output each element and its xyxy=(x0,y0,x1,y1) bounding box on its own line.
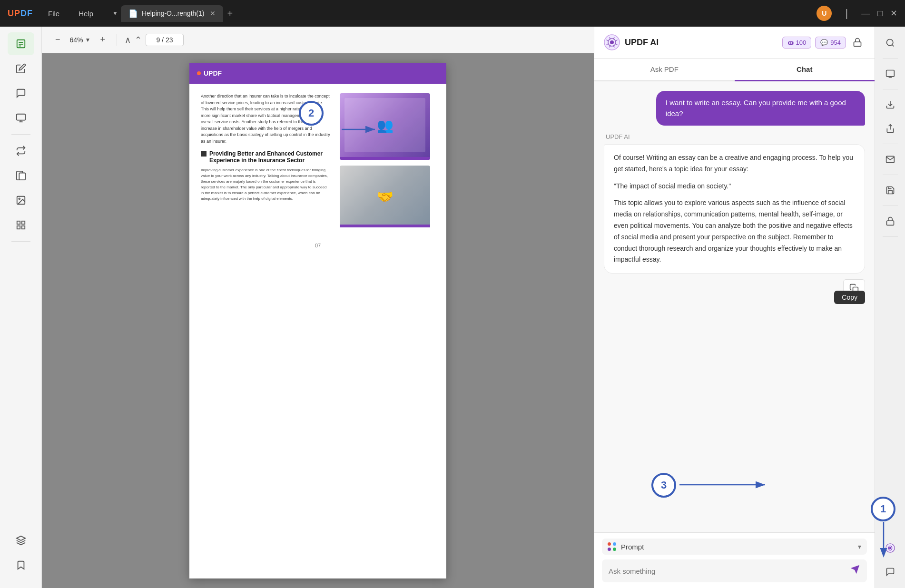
svg-point-18 xyxy=(610,40,614,44)
svg-rect-11 xyxy=(17,221,20,224)
dot-purple xyxy=(608,548,611,551)
menu-file[interactable]: File xyxy=(44,8,63,20)
zoom-display: 64% ▼ xyxy=(70,36,91,44)
sidebar-icon-organize[interactable] xyxy=(8,107,34,129)
tab-list-dropdown[interactable]: ▼ xyxy=(112,10,118,17)
lock-icon-btn[interactable] xyxy=(880,211,901,232)
page-separator: / xyxy=(162,36,166,44)
ai-message: Of course! Writing an essay can be a cre… xyxy=(604,144,865,274)
zoom-dropdown[interactable]: ▼ xyxy=(85,37,91,43)
sidebar-icon-pages[interactable] xyxy=(8,164,34,187)
ai-response-p1: Of course! Writing an essay can be a cre… xyxy=(614,152,855,175)
sidebar-icon-form[interactable] xyxy=(8,214,34,236)
chat-icon-btn[interactable] xyxy=(880,561,901,582)
left-sidebar xyxy=(0,27,42,588)
sidebar-icon-document[interactable] xyxy=(8,32,34,55)
svg-rect-19 xyxy=(854,42,861,46)
ai-message-container: UPDF AI Of course! Writing an essay can … xyxy=(604,133,865,299)
sidebar-divider-1 xyxy=(11,134,30,135)
toolbar-divider xyxy=(117,34,117,46)
prompt-dots-icon xyxy=(608,542,616,551)
page-top-arrow[interactable]: ⌃ xyxy=(135,35,142,45)
svg-point-10 xyxy=(19,198,20,199)
minimize-button[interactable]: — xyxy=(861,9,870,19)
lock-icon[interactable] xyxy=(850,35,865,50)
page-up-arrow[interactable]: ∧ xyxy=(125,35,131,45)
close-button[interactable]: ✕ xyxy=(890,8,897,19)
far-sidebar-divider-2 xyxy=(883,89,898,89)
pdf-content: UPDF 2 Another direction xyxy=(42,53,594,588)
pdf-heading: Providing Better and Enhanced Customer E… xyxy=(201,150,330,164)
svg-rect-23 xyxy=(886,70,894,77)
sidebar-icon-bookmark[interactable] xyxy=(8,554,34,577)
window-controls: U | — □ ✕ xyxy=(816,6,897,21)
zoom-in-button[interactable]: + xyxy=(96,33,109,47)
ai-tab-bar: Ask PDF Chat xyxy=(594,59,875,81)
svg-rect-13 xyxy=(21,226,24,229)
sidebar-bottom xyxy=(8,529,34,582)
tab-chat[interactable]: Chat xyxy=(735,59,875,81)
ai-logo: UPDF AI xyxy=(604,34,659,50)
search-icon-btn[interactable] xyxy=(880,32,901,53)
svg-rect-14 xyxy=(17,226,20,229)
page-number: 07 xyxy=(189,237,446,254)
pdf-toolbar: − 64% ▼ + ∧ ⌃ 9 / 23 xyxy=(42,27,594,53)
prompt-label: Prompt xyxy=(621,543,644,551)
chat-input-area: Prompt ▾ xyxy=(594,532,875,588)
credit-badge-2: 💬 954 xyxy=(815,37,846,49)
active-tab[interactable]: 📄 Helping-O...rength(1) ✕ xyxy=(121,5,224,22)
send-button[interactable] xyxy=(850,564,860,578)
pdf-page: UPDF 2 Another direction xyxy=(189,63,446,578)
sidebar-icon-convert[interactable] xyxy=(8,139,34,162)
pdf-image-2: 🤝 xyxy=(340,166,430,227)
total-pages: 23 xyxy=(166,36,173,44)
svg-point-22 xyxy=(886,39,893,46)
sidebar-icon-edit[interactable] xyxy=(8,57,34,80)
credit2-value: 954 xyxy=(830,39,841,46)
main-container: − 64% ▼ + ∧ ⌃ 9 / 23 xyxy=(0,27,905,588)
svg-marker-15 xyxy=(16,536,25,540)
page-navigation: ∧ ⌃ 9 / 23 xyxy=(125,34,184,46)
credit2-icon: 💬 xyxy=(820,39,828,46)
ocr-icon-btn[interactable] xyxy=(880,63,901,84)
dot-blue xyxy=(613,542,616,546)
ask-input[interactable] xyxy=(609,567,845,575)
pdf-body-text: Improving customer experience is one of … xyxy=(201,167,330,202)
pdf-area: − 64% ▼ + ∧ ⌃ 9 / 23 xyxy=(42,27,594,588)
user-message-container: I want to write an essay. Can you provid… xyxy=(604,91,865,126)
pdf-header-bar: UPDF xyxy=(189,63,446,84)
chat-messages[interactable]: I want to write an essay. Can you provid… xyxy=(594,81,875,532)
far-sidebar-divider-6 xyxy=(883,236,898,237)
share-icon-btn[interactable] xyxy=(880,118,901,139)
prompt-bar: Prompt ▾ xyxy=(602,539,867,555)
tab-ask-pdf[interactable]: Ask PDF xyxy=(594,59,735,81)
user-avatar[interactable]: U xyxy=(816,6,832,21)
new-tab-button[interactable]: + xyxy=(227,8,233,19)
recognize-icon-btn[interactable] xyxy=(880,94,901,115)
sidebar-icon-image[interactable] xyxy=(8,189,34,212)
arrow-annotation-2 xyxy=(337,120,380,141)
ai-title: UPDF AI xyxy=(625,38,659,48)
prompt-left: Prompt xyxy=(608,542,644,551)
menu-bar: File Help xyxy=(44,8,97,20)
pdf-right-column: 👥 🤝 xyxy=(340,93,435,227)
credit1-icon: 🎟 xyxy=(787,39,794,46)
prompt-chevron[interactable]: ▾ xyxy=(858,543,861,550)
menu-help[interactable]: Help xyxy=(75,8,97,20)
copy-button-container: Copy xyxy=(604,277,865,299)
save-icon-btn[interactable] xyxy=(880,180,901,201)
dot-green xyxy=(613,548,616,551)
ai-response-p2: "The impact of social media on society." xyxy=(614,181,855,192)
far-right-sidebar: 1 xyxy=(875,27,905,588)
tab-close-button[interactable]: ✕ xyxy=(210,10,216,17)
pdf-logo-text: UPDF xyxy=(204,69,222,77)
page-number-display[interactable]: 9 / 23 xyxy=(146,34,184,46)
zoom-out-button[interactable]: − xyxy=(51,33,64,47)
far-sidebar-divider-3 xyxy=(883,144,898,144)
sidebar-icon-layers[interactable] xyxy=(8,529,34,552)
maximize-button[interactable]: □ xyxy=(877,9,883,19)
svg-rect-4 xyxy=(16,114,25,120)
mail-icon-btn[interactable] xyxy=(880,149,901,170)
ai-label: UPDF AI xyxy=(604,133,865,140)
sidebar-icon-comment[interactable] xyxy=(8,82,34,105)
